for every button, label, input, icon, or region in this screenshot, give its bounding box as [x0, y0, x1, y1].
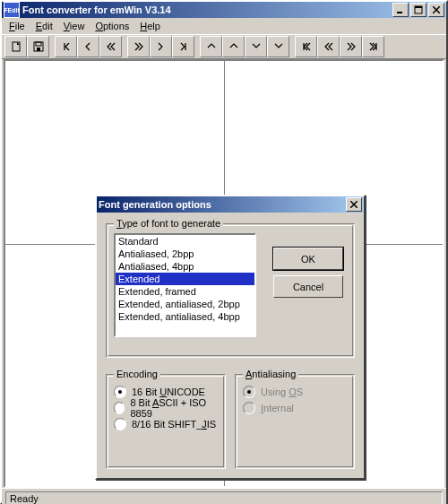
minimize-button[interactable]	[392, 3, 409, 17]
font-type-option[interactable]: Extended, antialiased, 4bpp	[116, 310, 254, 323]
font-generation-dialog: Font generation options Type of font to …	[95, 195, 366, 480]
encoding-radio[interactable]: 8/16 Bit SHIFT_JIS	[114, 416, 218, 432]
menu-view[interactable]: View	[58, 20, 90, 32]
move-far-left-icon[interactable]	[99, 36, 122, 57]
antialiasing-group-label: Antialiasing	[243, 369, 298, 379]
cancel-button[interactable]: Cancel	[273, 275, 343, 298]
font-type-option[interactable]: Extended	[116, 273, 254, 285]
main-window: FEdit Font converter for emWin V3.14 Fil…	[0, 0, 448, 504]
close-button[interactable]	[428, 3, 444, 17]
app-icon: FEdit	[4, 2, 20, 18]
arrow-down-icon[interactable]	[245, 36, 267, 57]
encoding-radio-label: 8/16 Bit SHIFT_JIS	[132, 419, 216, 430]
svg-rect-0	[397, 12, 402, 13]
menu-file[interactable]: File	[4, 20, 30, 32]
antialiasing-radio: Using OS	[243, 384, 347, 400]
arrow-up-icon[interactable]	[200, 36, 222, 57]
arrow-up-alt-icon[interactable]	[222, 36, 245, 57]
dialog-title: Font generation options	[99, 199, 344, 210]
move-left-icon[interactable]	[77, 36, 99, 57]
svg-rect-5	[36, 42, 41, 46]
svg-rect-6	[37, 48, 40, 51]
antialiasing-radio-label: Internal	[261, 403, 294, 413]
toolbar	[2, 34, 446, 59]
font-type-option[interactable]: Extended, framed	[116, 285, 254, 298]
arrow-down-alt-icon[interactable]	[267, 36, 289, 57]
statusbar: Ready	[2, 488, 446, 504]
move-far-right-icon[interactable]	[127, 36, 150, 57]
next-end-icon[interactable]	[362, 36, 384, 57]
antialiasing-radio: Internal	[243, 400, 347, 416]
font-type-option[interactable]: Extended, antialiased, 2bpp	[116, 298, 254, 310]
main-titlebar: FEdit Font converter for emWin V3.14	[2, 2, 446, 18]
ok-button[interactable]: OK	[273, 248, 343, 270]
svg-rect-2	[415, 6, 422, 8]
font-type-listbox[interactable]: StandardAntialiased, 2bppAntialiased, 4b…	[114, 233, 256, 337]
font-type-option[interactable]: Antialiased, 4bpp	[116, 260, 254, 273]
menu-edit[interactable]: Edit	[30, 20, 58, 32]
encoding-radio[interactable]: 8 Bit ASCII + ISO 8859	[114, 400, 218, 416]
dialog-titlebar: Font generation options	[97, 196, 364, 213]
encoding-group-label: Encoding	[114, 369, 160, 379]
client-area: Font generation options Type of font to …	[4, 59, 444, 488]
font-type-option[interactable]: Antialiased, 2bpp	[116, 248, 254, 260]
move-first-icon[interactable]	[55, 36, 77, 57]
next-icon[interactable]	[340, 36, 362, 57]
menubar: File Edit View Options Help	[2, 18, 446, 34]
maximize-button[interactable]	[410, 3, 426, 17]
encoding-radio-label: 16 Bit UNICODE	[132, 387, 205, 397]
move-last-icon[interactable]	[172, 36, 194, 57]
dialog-close-button[interactable]	[346, 197, 362, 212]
font-type-option[interactable]: Standard	[116, 235, 254, 248]
type-group-label: Type of font to generate	[114, 218, 223, 229]
statusbar-text: Ready	[5, 491, 443, 504]
save-icon[interactable]	[27, 36, 49, 57]
antialiasing-radio-label: Using OS	[261, 387, 303, 397]
prev-start-icon[interactable]	[295, 36, 317, 57]
prev-icon[interactable]	[317, 36, 340, 57]
main-window-title: Font converter for emWin V3.14	[22, 4, 391, 15]
svg-rect-3	[13, 42, 20, 51]
move-right-icon[interactable]	[150, 36, 172, 57]
menu-options[interactable]: Options	[90, 20, 134, 32]
new-doc-icon[interactable]	[4, 36, 27, 57]
menu-help[interactable]: Help	[134, 20, 166, 32]
